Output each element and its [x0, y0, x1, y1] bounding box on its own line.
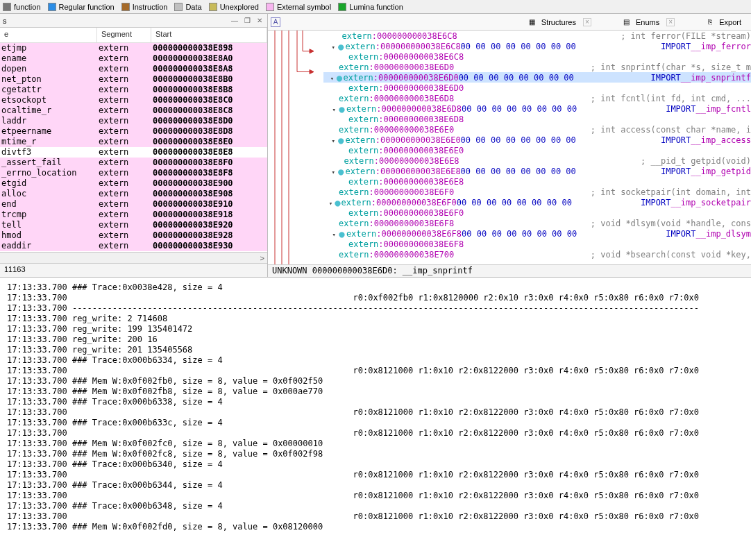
- structures-icon: ▦: [528, 17, 537, 27]
- function-row[interactable]: laddrextern000000000038E8D0: [0, 116, 267, 126]
- import-name: __imp_getpid: [691, 167, 751, 176]
- col-start[interactable]: Start: [151, 28, 267, 42]
- func-address: 000000000038E8B8: [153, 85, 266, 95]
- comment-token: ; int access(const char *name, i: [591, 125, 751, 135]
- disasm-line[interactable]: extern:000000000038E6E8; __pid_t getpid(…: [323, 155, 751, 166]
- tab-close-icon[interactable]: ×: [666, 18, 675, 26]
- tab-close-icon[interactable]: ×: [583, 18, 591, 26]
- function-row[interactable]: allocextern000000000038E908: [0, 189, 267, 199]
- function-row[interactable]: _errno_locationextern000000000038E8F8: [0, 168, 267, 178]
- address-token: :000000000038E6C8: [378, 52, 464, 62]
- collapse-chevron-icon[interactable]: ▾: [330, 231, 337, 238]
- legend-item: Regular function: [48, 3, 115, 11]
- disasm-line[interactable]: extern:000000000038E6D0; int snprintf(ch…: [323, 62, 751, 72]
- function-list[interactable]: etjmpextern000000000038E898enameextern00…: [0, 43, 267, 252]
- legend-label: Lumina function: [349, 3, 403, 11]
- h-scrollbar[interactable]: >: [0, 252, 267, 263]
- function-row[interactable]: divtf3extern000000000038E8E8: [0, 147, 267, 158]
- disasm-line[interactable]: extern:000000000038E6F0: [323, 207, 751, 218]
- address-token: :000000000038E6D8: [369, 94, 454, 103]
- function-row[interactable]: etpeernameextern000000000038E8D8: [0, 126, 267, 137]
- function-row[interactable]: eaddirextern000000000038E930: [0, 241, 267, 251]
- minimize-icon[interactable]: —: [230, 16, 239, 26]
- disasm-line[interactable]: extern:000000000038E6F8: [323, 239, 751, 249]
- address-token: :000000000038E6F8: [369, 219, 454, 228]
- disasm-line[interactable]: ▾●extern:000000000038E6F0 00 00 00 00 00…: [323, 197, 751, 207]
- disasm-line[interactable]: ▾●extern:000000000038E6D8 00 00 00 00 00…: [323, 103, 751, 114]
- disasm-line[interactable]: extern:000000000038E6D8; int fcntl(int f…: [323, 93, 751, 103]
- disasm-line[interactable]: extern:000000000038E6E8: [323, 176, 751, 187]
- function-row[interactable]: hmodextern000000000038E928: [0, 230, 267, 241]
- disasm-line[interactable]: ▾●extern:000000000038E6E0 00 00 00 00 00…: [323, 135, 751, 145]
- address-token: :000000000038E6C8: [372, 31, 457, 41]
- func-segment: extern: [99, 43, 153, 53]
- segment-token: extern: [339, 125, 369, 135]
- log-line: 17:13:33.700 r0:0xf002fb0 r1:0x8120000 r…: [7, 293, 744, 303]
- col-segment[interactable]: Segment: [97, 28, 151, 42]
- function-row[interactable]: cgetattrextern000000000038E8B8: [0, 85, 267, 95]
- collapse-chevron-icon[interactable]: ▾: [330, 169, 337, 176]
- function-row[interactable]: mtime_rextern000000000038E8E0: [0, 137, 267, 147]
- disasm-line[interactable]: extern:000000000038E700; void *bsearch(c…: [323, 249, 751, 260]
- disasm-line[interactable]: ▾●extern:000000000038E6D0 00 00 00 00 00…: [323, 72, 751, 83]
- func-segment: extern: [99, 137, 153, 147]
- func-address: 000000000038E8D0: [153, 116, 266, 126]
- address-token: :000000000038E6D0: [373, 73, 459, 83]
- collapse-chevron-icon[interactable]: ▾: [328, 75, 335, 82]
- import-keyword: IMPORT: [641, 198, 670, 207]
- function-row[interactable]: ocaltime_rextern000000000038E8C8: [0, 105, 267, 116]
- view-icon[interactable]: A: [271, 17, 280, 27]
- import-keyword: IMPORT: [650, 73, 680, 83]
- func-segment: extern: [99, 199, 153, 210]
- func-address: 000000000038E8C8: [153, 105, 266, 116]
- func-address: 000000000038E920: [153, 220, 266, 230]
- output-log[interactable]: 17:13:33.700 ### Trace:0x0038e428, size …: [0, 278, 751, 560]
- function-row[interactable]: trcmpextern000000000038E918: [0, 210, 267, 220]
- tab-structures[interactable]: ▦ Structures ×: [521, 15, 598, 29]
- function-row[interactable]: tellextern000000000038E920: [0, 220, 267, 230]
- disasm-line[interactable]: extern:000000000038E6D8: [323, 114, 751, 124]
- function-row[interactable]: enameextern000000000038E8A0: [0, 53, 267, 64]
- breakpoint-dot-icon[interactable]: ●: [335, 74, 343, 81]
- col-name[interactable]: e: [0, 28, 97, 42]
- restore-icon[interactable]: ❐: [242, 16, 252, 26]
- func-name: alloc: [1, 189, 99, 199]
- segment-token: extern: [341, 31, 371, 41]
- legend-swatch: [3, 3, 11, 11]
- collapse-chevron-icon[interactable]: ▾: [330, 44, 337, 51]
- breakpoint-dot-icon[interactable]: ●: [335, 199, 341, 206]
- func-segment: extern: [99, 230, 153, 241]
- collapse-chevron-icon[interactable]: ▾: [330, 137, 337, 144]
- tab-enums[interactable]: ▤ Enums ×: [615, 15, 682, 29]
- disasm-line[interactable]: ▾●extern:000000000038E6C8 00 00 00 00 00…: [323, 41, 751, 51]
- disasm-line[interactable]: extern:000000000038E6D0: [323, 83, 751, 93]
- collapse-chevron-icon[interactable]: ▾: [328, 200, 335, 207]
- collapse-chevron-icon[interactable]: ▾: [330, 106, 337, 113]
- close-icon[interactable]: ✕: [255, 16, 264, 26]
- function-row[interactable]: endextern000000000038E910: [0, 199, 267, 210]
- disasm-line[interactable]: extern:000000000038E6C8: [323, 51, 751, 62]
- func-segment: extern: [99, 105, 153, 116]
- breakpoint-dot-icon[interactable]: ●: [337, 105, 346, 112]
- breakpoint-dot-icon[interactable]: ●: [337, 230, 346, 237]
- disasm-line[interactable]: extern:000000000038E6E0: [323, 145, 751, 155]
- tab-exports[interactable]: ⎘ Export: [698, 15, 748, 29]
- disasm-line[interactable]: ▾●extern:000000000038E6F8 00 00 00 00 00…: [323, 228, 751, 239]
- function-row[interactable]: dopenextern000000000038E8A8: [0, 64, 267, 74]
- disasm-line[interactable]: extern:000000000038E6E0; int access(cons…: [323, 124, 751, 135]
- disassembly-view[interactable]: extern:000000000038E6C8; int ferror(FILE…: [268, 31, 751, 264]
- breakpoint-dot-icon[interactable]: ●: [337, 168, 345, 175]
- function-row[interactable]: net_ptonextern000000000038E8B0: [0, 74, 267, 85]
- legend-label: Instruction: [133, 3, 168, 11]
- function-row[interactable]: etsockoptextern000000000038E8C0: [0, 95, 267, 105]
- disasm-line[interactable]: extern:000000000038E6F8; void *dlsym(voi…: [323, 218, 751, 228]
- function-row[interactable]: etjmpextern000000000038E898: [0, 43, 267, 53]
- breakpoint-dot-icon[interactable]: ●: [337, 137, 345, 144]
- func-address: 000000000038E918: [153, 210, 266, 220]
- breakpoint-dot-icon[interactable]: ●: [337, 43, 345, 50]
- disasm-line[interactable]: ▾●extern:000000000038E6E8 00 00 00 00 00…: [323, 166, 751, 176]
- function-row[interactable]: etgidextern000000000038E900: [0, 178, 267, 189]
- function-row[interactable]: _assert_failextern000000000038E8F0: [0, 158, 267, 168]
- disasm-line[interactable]: extern:000000000038E6F0; int socketpair(…: [323, 187, 751, 197]
- disasm-line[interactable]: extern:000000000038E6C8; int ferror(FILE…: [323, 31, 751, 41]
